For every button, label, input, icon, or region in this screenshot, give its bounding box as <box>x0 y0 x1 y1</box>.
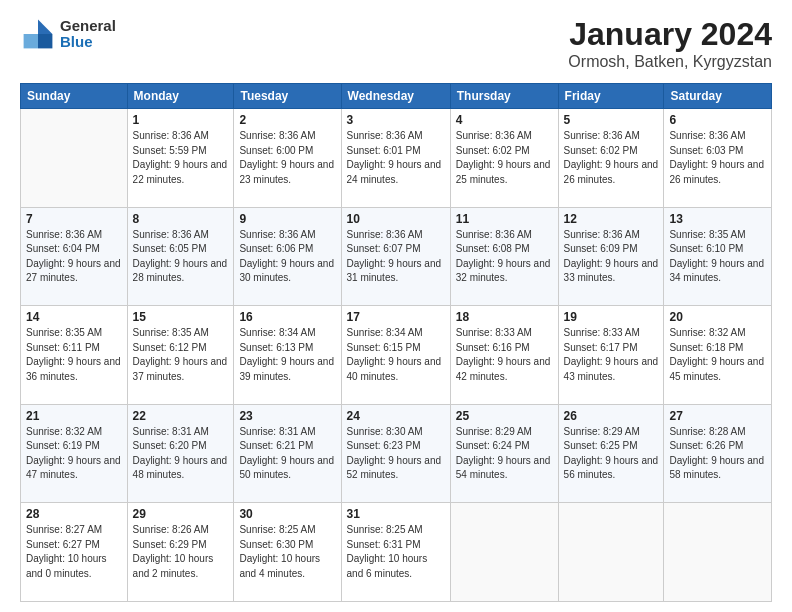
page: General Blue January 2024 Ormosh, Batken… <box>0 0 792 612</box>
day-cell <box>664 503 772 602</box>
calendar-body: 1Sunrise: 8:36 AMSunset: 5:59 PMDaylight… <box>21 109 772 602</box>
day-number: 24 <box>347 409 445 423</box>
day-number: 6 <box>669 113 766 127</box>
day-info: Sunrise: 8:36 AMSunset: 6:06 PMDaylight:… <box>239 228 335 286</box>
day-info: Sunrise: 8:29 AMSunset: 6:25 PMDaylight:… <box>564 425 659 483</box>
day-info: Sunrise: 8:26 AMSunset: 6:29 PMDaylight:… <box>133 523 229 581</box>
day-cell: 10Sunrise: 8:36 AMSunset: 6:07 PMDayligh… <box>341 207 450 306</box>
day-number: 16 <box>239 310 335 324</box>
title-month: January 2024 <box>568 16 772 53</box>
day-number: 4 <box>456 113 553 127</box>
day-number: 21 <box>26 409 122 423</box>
day-number: 25 <box>456 409 553 423</box>
calendar-table: SundayMondayTuesdayWednesdayThursdayFrid… <box>20 83 772 602</box>
day-number: 27 <box>669 409 766 423</box>
day-number: 13 <box>669 212 766 226</box>
day-cell: 15Sunrise: 8:35 AMSunset: 6:12 PMDayligh… <box>127 306 234 405</box>
day-info: Sunrise: 8:34 AMSunset: 6:15 PMDaylight:… <box>347 326 445 384</box>
header-row: SundayMondayTuesdayWednesdayThursdayFrid… <box>21 84 772 109</box>
day-cell: 11Sunrise: 8:36 AMSunset: 6:08 PMDayligh… <box>450 207 558 306</box>
logo: General Blue <box>20 16 116 52</box>
day-number: 2 <box>239 113 335 127</box>
day-cell: 5Sunrise: 8:36 AMSunset: 6:02 PMDaylight… <box>558 109 664 208</box>
day-number: 17 <box>347 310 445 324</box>
week-row: 21Sunrise: 8:32 AMSunset: 6:19 PMDayligh… <box>21 404 772 503</box>
day-cell: 27Sunrise: 8:28 AMSunset: 6:26 PMDayligh… <box>664 404 772 503</box>
day-number: 20 <box>669 310 766 324</box>
day-cell: 17Sunrise: 8:34 AMSunset: 6:15 PMDayligh… <box>341 306 450 405</box>
day-cell: 25Sunrise: 8:29 AMSunset: 6:24 PMDayligh… <box>450 404 558 503</box>
calendar-header: SundayMondayTuesdayWednesdayThursdayFrid… <box>21 84 772 109</box>
day-info: Sunrise: 8:35 AMSunset: 6:11 PMDaylight:… <box>26 326 122 384</box>
day-info: Sunrise: 8:36 AMSunset: 5:59 PMDaylight:… <box>133 129 229 187</box>
logo-icon <box>20 16 56 52</box>
day-info: Sunrise: 8:25 AMSunset: 6:31 PMDaylight:… <box>347 523 445 581</box>
title-location: Ormosh, Batken, Kyrgyzstan <box>568 53 772 71</box>
day-cell: 14Sunrise: 8:35 AMSunset: 6:11 PMDayligh… <box>21 306 128 405</box>
day-cell: 26Sunrise: 8:29 AMSunset: 6:25 PMDayligh… <box>558 404 664 503</box>
day-cell: 18Sunrise: 8:33 AMSunset: 6:16 PMDayligh… <box>450 306 558 405</box>
day-number: 14 <box>26 310 122 324</box>
day-cell: 21Sunrise: 8:32 AMSunset: 6:19 PMDayligh… <box>21 404 128 503</box>
day-info: Sunrise: 8:28 AMSunset: 6:26 PMDaylight:… <box>669 425 766 483</box>
day-cell: 23Sunrise: 8:31 AMSunset: 6:21 PMDayligh… <box>234 404 341 503</box>
header: General Blue January 2024 Ormosh, Batken… <box>20 16 772 71</box>
day-number: 28 <box>26 507 122 521</box>
day-info: Sunrise: 8:36 AMSunset: 6:02 PMDaylight:… <box>456 129 553 187</box>
week-row: 28Sunrise: 8:27 AMSunset: 6:27 PMDayligh… <box>21 503 772 602</box>
day-cell <box>450 503 558 602</box>
day-info: Sunrise: 8:36 AMSunset: 6:09 PMDaylight:… <box>564 228 659 286</box>
logo-general-text: General <box>60 18 116 35</box>
day-info: Sunrise: 8:36 AMSunset: 6:08 PMDaylight:… <box>456 228 553 286</box>
day-number: 9 <box>239 212 335 226</box>
day-cell: 20Sunrise: 8:32 AMSunset: 6:18 PMDayligh… <box>664 306 772 405</box>
svg-marker-0 <box>38 20 52 34</box>
day-number: 26 <box>564 409 659 423</box>
day-number: 30 <box>239 507 335 521</box>
day-cell: 4Sunrise: 8:36 AMSunset: 6:02 PMDaylight… <box>450 109 558 208</box>
day-info: Sunrise: 8:27 AMSunset: 6:27 PMDaylight:… <box>26 523 122 581</box>
day-number: 10 <box>347 212 445 226</box>
day-number: 3 <box>347 113 445 127</box>
day-info: Sunrise: 8:36 AMSunset: 6:03 PMDaylight:… <box>669 129 766 187</box>
day-cell: 6Sunrise: 8:36 AMSunset: 6:03 PMDaylight… <box>664 109 772 208</box>
day-cell: 19Sunrise: 8:33 AMSunset: 6:17 PMDayligh… <box>558 306 664 405</box>
day-cell: 24Sunrise: 8:30 AMSunset: 6:23 PMDayligh… <box>341 404 450 503</box>
day-cell: 22Sunrise: 8:31 AMSunset: 6:20 PMDayligh… <box>127 404 234 503</box>
day-info: Sunrise: 8:35 AMSunset: 6:10 PMDaylight:… <box>669 228 766 286</box>
day-info: Sunrise: 8:36 AMSunset: 6:07 PMDaylight:… <box>347 228 445 286</box>
day-header-wednesday: Wednesday <box>341 84 450 109</box>
day-info: Sunrise: 8:36 AMSunset: 6:02 PMDaylight:… <box>564 129 659 187</box>
day-info: Sunrise: 8:35 AMSunset: 6:12 PMDaylight:… <box>133 326 229 384</box>
week-row: 1Sunrise: 8:36 AMSunset: 5:59 PMDaylight… <box>21 109 772 208</box>
day-number: 23 <box>239 409 335 423</box>
day-cell: 12Sunrise: 8:36 AMSunset: 6:09 PMDayligh… <box>558 207 664 306</box>
day-info: Sunrise: 8:36 AMSunset: 6:01 PMDaylight:… <box>347 129 445 187</box>
logo-text: General Blue <box>60 18 116 51</box>
day-cell: 3Sunrise: 8:36 AMSunset: 6:01 PMDaylight… <box>341 109 450 208</box>
day-number: 12 <box>564 212 659 226</box>
day-info: Sunrise: 8:36 AMSunset: 6:00 PMDaylight:… <box>239 129 335 187</box>
day-number: 18 <box>456 310 553 324</box>
day-number: 19 <box>564 310 659 324</box>
day-number: 7 <box>26 212 122 226</box>
day-cell: 8Sunrise: 8:36 AMSunset: 6:05 PMDaylight… <box>127 207 234 306</box>
day-info: Sunrise: 8:36 AMSunset: 6:04 PMDaylight:… <box>26 228 122 286</box>
day-info: Sunrise: 8:33 AMSunset: 6:17 PMDaylight:… <box>564 326 659 384</box>
day-header-tuesday: Tuesday <box>234 84 341 109</box>
day-number: 31 <box>347 507 445 521</box>
svg-marker-1 <box>38 34 52 48</box>
day-info: Sunrise: 8:33 AMSunset: 6:16 PMDaylight:… <box>456 326 553 384</box>
day-header-thursday: Thursday <box>450 84 558 109</box>
day-number: 15 <box>133 310 229 324</box>
title-block: January 2024 Ormosh, Batken, Kyrgyzstan <box>568 16 772 71</box>
week-row: 14Sunrise: 8:35 AMSunset: 6:11 PMDayligh… <box>21 306 772 405</box>
day-header-saturday: Saturday <box>664 84 772 109</box>
day-number: 11 <box>456 212 553 226</box>
day-cell: 28Sunrise: 8:27 AMSunset: 6:27 PMDayligh… <box>21 503 128 602</box>
day-cell: 7Sunrise: 8:36 AMSunset: 6:04 PMDaylight… <box>21 207 128 306</box>
day-cell: 29Sunrise: 8:26 AMSunset: 6:29 PMDayligh… <box>127 503 234 602</box>
day-cell: 9Sunrise: 8:36 AMSunset: 6:06 PMDaylight… <box>234 207 341 306</box>
day-cell: 16Sunrise: 8:34 AMSunset: 6:13 PMDayligh… <box>234 306 341 405</box>
day-info: Sunrise: 8:32 AMSunset: 6:19 PMDaylight:… <box>26 425 122 483</box>
